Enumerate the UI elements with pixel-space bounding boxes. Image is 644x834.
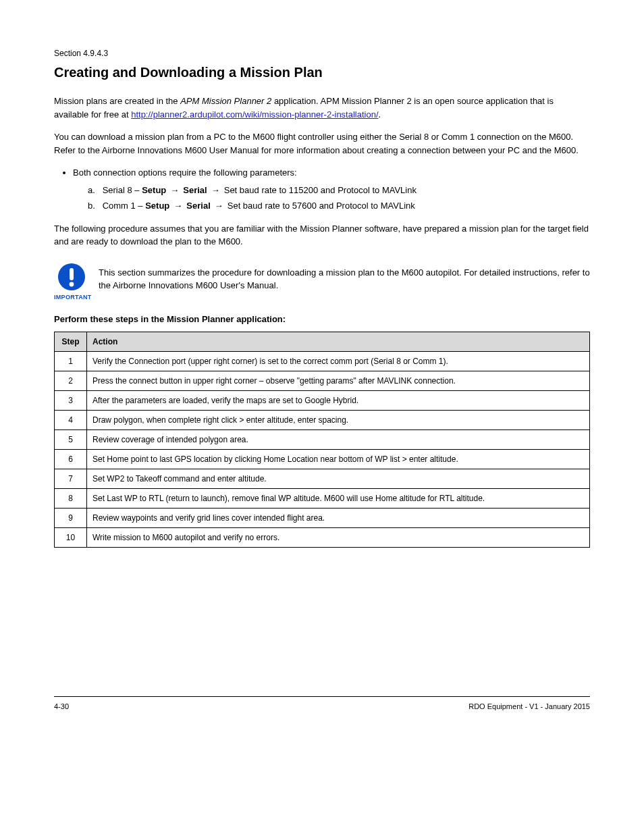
svg-rect-1: [70, 268, 74, 280]
table-row: 2Press the connect button in upper right…: [55, 371, 590, 390]
option-a: a. Serial 8 – Setup→Serial→Set baud rate…: [88, 184, 590, 197]
step-number: 8: [55, 488, 87, 508]
step-action: Write mission to M600 autopilot and veri…: [87, 527, 590, 547]
table-row: 4Draw polygon, when complete right click…: [55, 410, 590, 429]
option-b-step3: Set baud rate to 57600 and Protocol to M…: [227, 201, 415, 211]
step-number: 7: [55, 469, 87, 488]
important-callout: IMPORTANT This section summarizes the pr…: [54, 262, 590, 303]
intro-paragraph-2: You can download a mission plan from a P…: [54, 130, 590, 157]
option-b-prefix: Comm 1 –: [103, 201, 146, 211]
step-action: Set Home point to last GPS location by c…: [87, 449, 590, 469]
footer-doc-info: RDO Equipment - V1 - January 2015: [468, 701, 590, 712]
table-row: 5Review coverage of intended polygon are…: [55, 429, 590, 449]
intro-paragraph-3: The following procedure assumes that you…: [54, 222, 590, 249]
footer-divider: [54, 696, 590, 697]
table-header-row: Step Action: [55, 332, 590, 351]
step-number: 9: [55, 508, 87, 527]
page-title: Creating and Downloading a Mission Plan: [54, 62, 590, 82]
step-number: 1: [55, 351, 87, 371]
option-b-step1: Setup: [145, 201, 169, 211]
table-row: 10Write mission to M600 autopilot and ve…: [55, 527, 590, 547]
table-row: 6Set Home point to last GPS location by …: [55, 449, 590, 469]
option-a-prefix: Serial 8 –: [103, 185, 142, 195]
option-a-label: a.: [88, 184, 100, 197]
options-lead: Both connection options require the foll…: [73, 167, 297, 178]
step-action: Draw polygon, when complete right click …: [87, 410, 590, 429]
important-icon: IMPORTANT: [54, 262, 89, 303]
options-bullet: Both connection options require the foll…: [73, 166, 590, 213]
arrow-right-icon: →: [215, 201, 223, 211]
installer-link[interactable]: http://planner2.ardupilot.com/wiki/missi…: [131, 109, 378, 120]
option-b: b. Comm 1 – Setup→Serial→Set baud rate t…: [88, 199, 590, 213]
table-row: 7Set WP2 to Takeoff command and enter al…: [55, 469, 590, 488]
arrow-right-icon: →: [170, 185, 179, 195]
step-number: 3: [55, 390, 87, 410]
step-action: Set WP2 to Takeoff command and enter alt…: [87, 469, 590, 488]
col-step: Step: [55, 332, 87, 351]
steps-label: Perform these steps in the Mission Plann…: [54, 313, 590, 326]
important-label: IMPORTANT: [54, 293, 89, 303]
table-row: 1Verify the Connection port (upper right…: [55, 351, 590, 371]
step-number: 4: [55, 410, 87, 429]
table-row: 9Review waypoints and verify grid lines …: [55, 508, 590, 527]
option-b-step2: Serial: [186, 201, 210, 211]
option-a-step2: Serial: [183, 185, 207, 195]
important-body: This section summarizes the procedure fo…: [99, 262, 590, 292]
arrow-right-icon: →: [211, 185, 220, 195]
col-action: Action: [87, 332, 590, 351]
table-row: 8Set Last WP to RTL (return to launch), …: [55, 488, 590, 508]
intro-paragraph-1: Mission plans are created in the APM Mis…: [54, 95, 590, 121]
step-number: 10: [55, 527, 87, 547]
footer-page-number: 4-30: [54, 701, 69, 712]
svg-point-2: [70, 282, 74, 286]
step-action: After the parameters are loaded, verify …: [87, 390, 590, 410]
step-action: Review coverage of intended polygon area…: [87, 429, 590, 449]
step-action: Review waypoints and verify grid lines c…: [87, 508, 590, 527]
step-number: 2: [55, 371, 87, 390]
intro-p1-tail: .: [379, 109, 381, 120]
section-label: Section 4.9.4.3: [54, 47, 590, 59]
table-row: 3After the parameters are loaded, verify…: [55, 390, 590, 410]
step-action: Set Last WP to RTL (return to launch), r…: [87, 488, 590, 508]
arrow-right-icon: →: [173, 201, 182, 211]
page-footer: 4-30 RDO Equipment - V1 - January 2015: [54, 701, 590, 712]
intro-p1-emphasis: APM Mission Planner 2: [180, 96, 271, 106]
step-number: 5: [55, 429, 87, 449]
steps-table: Step Action 1Verify the Connection port …: [54, 332, 590, 548]
intro-p1-prefix: Mission plans are created in the: [54, 96, 180, 106]
step-action: Press the connect button in upper right …: [87, 371, 590, 390]
option-a-step1: Setup: [142, 185, 166, 195]
option-a-step3: Set baud rate to 115200 and Protocol to …: [224, 185, 417, 195]
step-action: Verify the Connection port (upper right …: [87, 351, 590, 371]
option-b-label: b.: [88, 199, 100, 213]
step-number: 6: [55, 449, 87, 469]
